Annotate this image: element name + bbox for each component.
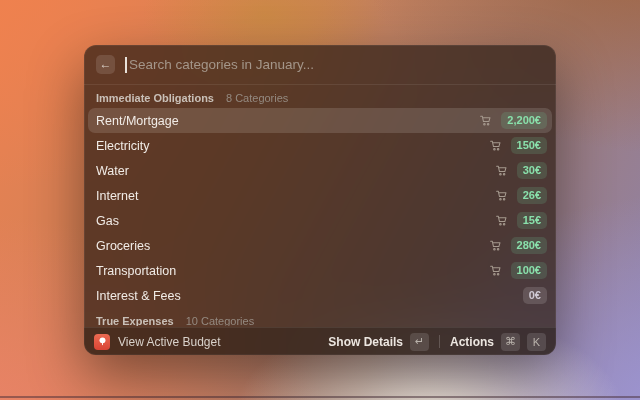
next-section-title: True Expenses — [96, 315, 174, 326]
category-label: Transportation — [96, 264, 176, 278]
amount-badge: 26€ — [517, 187, 547, 204]
cart-icon — [489, 239, 502, 252]
row-accessories: 2,200€ — [479, 112, 547, 129]
desktop: ← Immediate Obligations 8 Categories Ren… — [0, 0, 640, 400]
amount-badge: 280€ — [511, 237, 547, 254]
search-input[interactable] — [125, 57, 544, 72]
row-accessories: 0€ — [523, 287, 547, 304]
wallpaper-horizon-line — [0, 396, 640, 398]
budget-app-icon — [94, 334, 110, 350]
category-label: Gas — [96, 214, 119, 228]
back-button[interactable]: ← — [96, 55, 115, 74]
list-item[interactable]: Groceries 280€ — [88, 233, 552, 258]
actions-label[interactable]: Actions — [450, 335, 494, 349]
amount-badge: 15€ — [517, 212, 547, 229]
cart-icon — [489, 264, 502, 277]
list-item[interactable]: Rent/Mortgage 2,200€ — [88, 108, 552, 133]
amount-badge: 0€ — [523, 287, 547, 304]
action-bar: View Active Budget Show Details ↵ Action… — [84, 327, 556, 355]
show-details-label[interactable]: Show Details — [328, 335, 403, 349]
section-title: Immediate Obligations — [96, 92, 214, 104]
amount-badge: 100€ — [511, 262, 547, 279]
cmd-keycap[interactable]: ⌘ — [501, 333, 520, 351]
category-label: Internet — [96, 189, 138, 203]
text-caret — [125, 57, 127, 73]
hint-divider — [439, 335, 440, 348]
list-item[interactable]: Electricity 150€ — [88, 133, 552, 158]
active-budget-label: View Active Budget — [118, 335, 221, 349]
amount-badge: 30€ — [517, 162, 547, 179]
amount-badge: 2,200€ — [501, 112, 547, 129]
next-section-header: True Expenses 10 Categories — [88, 308, 552, 326]
action-bar-hints: Show Details ↵ Actions ⌘ K — [328, 333, 546, 351]
category-label: Water — [96, 164, 129, 178]
category-label: Electricity — [96, 139, 149, 153]
section-count: 8 Categories — [226, 92, 288, 104]
row-accessories: 30€ — [495, 162, 547, 179]
tree-glyph-icon — [97, 336, 108, 347]
cart-icon — [495, 164, 508, 177]
search-field — [125, 57, 544, 72]
cart-icon — [489, 139, 502, 152]
cart-icon — [495, 214, 508, 227]
category-list: Immediate Obligations 8 Categories Rent/… — [84, 85, 556, 326]
row-accessories: 280€ — [489, 237, 547, 254]
list-item[interactable]: Interest & Fees 0€ — [88, 283, 552, 308]
action-bar-app: View Active Budget — [94, 334, 221, 350]
category-label: Rent/Mortgage — [96, 114, 179, 128]
search-bar: ← — [84, 45, 556, 85]
amount-badge: 150€ — [511, 137, 547, 154]
row-accessories: 100€ — [489, 262, 547, 279]
k-keycap[interactable]: K — [527, 333, 546, 351]
list-item[interactable]: Water 30€ — [88, 158, 552, 183]
category-label: Groceries — [96, 239, 150, 253]
enter-keycap[interactable]: ↵ — [410, 333, 429, 351]
cart-icon — [495, 189, 508, 202]
category-label: Interest & Fees — [96, 289, 181, 303]
command-palette-window: ← Immediate Obligations 8 Categories Ren… — [84, 45, 556, 355]
row-accessories: 150€ — [489, 137, 547, 154]
next-section-count: 10 Categories — [186, 315, 255, 326]
cart-icon — [479, 114, 492, 127]
row-accessories: 26€ — [495, 187, 547, 204]
row-accessories: 15€ — [495, 212, 547, 229]
category-rows: Rent/Mortgage 2,200€ Electricity — [88, 108, 552, 308]
list-item[interactable]: Internet 26€ — [88, 183, 552, 208]
list-item[interactable]: Transportation 100€ — [88, 258, 552, 283]
list-item[interactable]: Gas 15€ — [88, 208, 552, 233]
section-header: Immediate Obligations 8 Categories — [88, 85, 552, 108]
